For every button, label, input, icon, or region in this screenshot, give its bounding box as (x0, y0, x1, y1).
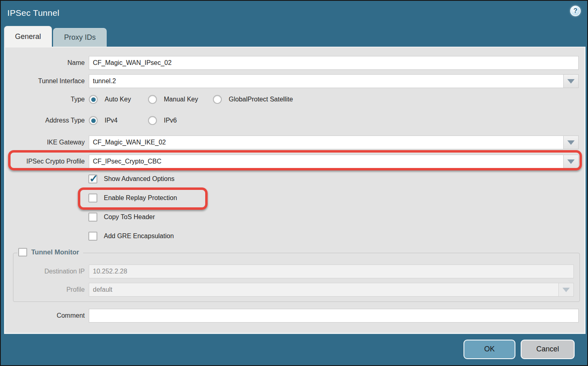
enable-replay-protection-label: Enable Replay Protection (104, 194, 177, 202)
form-row-add-gre-encapsulation: Add GRE Encapsulation (88, 231, 174, 241)
ipv4-label: IPv4 (105, 117, 118, 124)
form-row-comment: Comment (5, 309, 584, 323)
form-row-ipsec-crypto-profile: IPSec Crypto Profile (5, 155, 584, 168)
destination-ip-label: Destination IP (5, 268, 85, 275)
name-input[interactable] (89, 56, 579, 70)
add-gre-encapsulation-checkbox[interactable] (88, 232, 97, 241)
chevron-down-icon (567, 140, 575, 145)
copy-tos-header-label: Copy ToS Header (104, 213, 155, 221)
auto-key-radio[interactable] (89, 95, 98, 104)
ipv4-radio[interactable] (89, 116, 98, 125)
radio-item-manual-key: Manual Key (148, 95, 213, 104)
chevron-down-icon (567, 159, 575, 164)
form-row-profile: Profile (5, 283, 584, 297)
dialog-titlebar: IPSec Tunnel ? (1, 1, 587, 25)
tunnel-monitor-legend: Tunnel Monitor (17, 248, 83, 256)
tab-general[interactable]: General (4, 26, 52, 47)
profile-label: Profile (5, 286, 85, 293)
tunnel-interface-input[interactable] (89, 74, 563, 88)
globalprotect-satellite-radio[interactable] (213, 95, 222, 104)
ipsec-crypto-profile-label: IPSec Crypto Profile (5, 158, 85, 165)
cancel-button[interactable]: Cancel (521, 340, 575, 359)
chevron-down-icon (567, 79, 575, 84)
ike-gateway-label: IKE Gateway (5, 139, 85, 146)
tunnel-monitor-label: Tunnel Monitor (31, 248, 79, 256)
form-row-name: Name (5, 56, 584, 70)
form-row-show-advanced-options: Show Advanced Options (88, 174, 174, 184)
comment-input[interactable] (89, 309, 579, 323)
tab-proxy-ids[interactable]: Proxy IDs (53, 28, 107, 47)
tab-general-label: General (15, 32, 41, 41)
enable-replay-protection-checkbox[interactable] (88, 194, 97, 202)
profile-input (89, 283, 558, 297)
ipsec-tunnel-dialog: IPSec Tunnel ? General Proxy IDs Name Tu… (0, 0, 588, 366)
radio-item-globalprotect-satellite: GlobalProtect Satellite (213, 95, 293, 104)
ok-button[interactable]: OK (464, 340, 515, 359)
form-row-destination-ip: Destination IP (5, 265, 584, 278)
dialog-footer: OK Cancel (1, 332, 587, 365)
form-row-ike-gateway: IKE Gateway (5, 136, 584, 149)
help-icon[interactable]: ? (570, 6, 581, 16)
ipsec-crypto-profile-input[interactable] (89, 155, 563, 168)
comment-label: Comment (5, 312, 85, 319)
show-advanced-options-checkbox[interactable] (88, 174, 97, 183)
type-label: Type (5, 96, 85, 103)
copy-tos-header-checkbox[interactable] (88, 213, 97, 222)
tab-bar: General Proxy IDs (4, 26, 107, 47)
form-row-tunnel-interface: Tunnel Interface (5, 74, 584, 88)
address-type-radio-group: IPv4 IPv6 (89, 116, 177, 125)
tunnel-interface-label: Tunnel Interface (5, 78, 85, 85)
dialog-title: IPSec Tunnel (7, 8, 60, 18)
name-label: Name (5, 59, 85, 67)
tunnel-monitor-checkbox[interactable] (18, 248, 27, 256)
manual-key-radio[interactable] (148, 95, 157, 104)
tunnel-interface-dropdown-button[interactable] (563, 74, 579, 88)
globalprotect-satellite-label: GlobalProtect Satellite (229, 96, 293, 103)
destination-ip-input (89, 265, 574, 278)
form-row-type: Type Auto Key Manual Key GlobalProtect S… (5, 94, 584, 105)
form-row-address-type: Address Type IPv4 IPv6 (5, 115, 584, 126)
ipsec-crypto-profile-dropdown-button[interactable] (563, 155, 579, 168)
address-type-label: Address Type (5, 117, 85, 124)
ipv6-label: IPv6 (164, 117, 177, 124)
type-radio-group: Auto Key Manual Key GlobalProtect Satell… (89, 95, 293, 104)
radio-item-ipv4: IPv4 (89, 116, 148, 125)
add-gre-encapsulation-label: Add GRE Encapsulation (104, 233, 174, 240)
general-tab-panel: Name Tunnel Interface Type Auto Key (4, 47, 586, 334)
tab-proxy-ids-label: Proxy IDs (64, 33, 96, 42)
ike-gateway-dropdown-button[interactable] (563, 136, 579, 149)
profile-dropdown-button (558, 283, 574, 297)
ipv6-radio[interactable] (148, 116, 157, 125)
ike-gateway-input[interactable] (89, 136, 563, 149)
auto-key-label: Auto Key (105, 96, 131, 103)
chevron-down-icon (562, 288, 570, 292)
radio-item-ipv6: IPv6 (148, 116, 177, 125)
radio-item-auto-key: Auto Key (89, 95, 148, 104)
manual-key-label: Manual Key (164, 96, 198, 103)
form-row-enable-replay-protection: Enable Replay Protection (88, 193, 177, 203)
form-row-copy-tos-header: Copy ToS Header (88, 212, 155, 222)
show-advanced-options-label: Show Advanced Options (104, 175, 174, 183)
